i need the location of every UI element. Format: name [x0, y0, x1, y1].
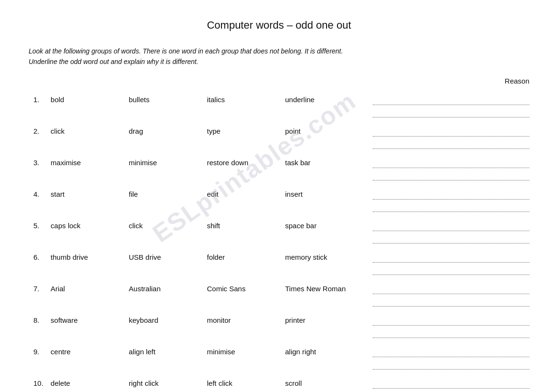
- word-4: align right: [285, 341, 373, 372]
- row-number: 5.: [29, 215, 51, 246]
- word-4: printer: [285, 309, 373, 341]
- dotted-line-2: [373, 265, 529, 275]
- table-row: 10. delete right click left click scroll: [29, 372, 529, 392]
- word-3: minimise: [207, 341, 285, 372]
- word-2: minimise: [129, 152, 207, 183]
- word-3: monitor: [207, 309, 285, 341]
- dotted-line-1: [373, 95, 529, 105]
- dotted-line-1: [373, 127, 529, 137]
- word-2: click: [129, 215, 207, 246]
- table-row: 7. Arial Australian Comic Sans Times New…: [29, 278, 529, 309]
- dotted-line-2: [373, 360, 529, 370]
- reason-field: [373, 215, 529, 246]
- reason-field: [373, 183, 529, 215]
- table-row: 5. caps lock click shift space bar: [29, 215, 529, 246]
- word-2: Australian: [129, 278, 207, 309]
- word-4: space bar: [285, 215, 373, 246]
- row-number: 1.: [29, 89, 51, 120]
- word-2: keyboard: [129, 309, 207, 341]
- reason-field: [373, 278, 529, 309]
- table-row: 1. bold bullets italics underline: [29, 89, 529, 120]
- word-4: memory stick: [285, 246, 373, 278]
- reason-field: [373, 120, 529, 152]
- word-1: maximise: [51, 152, 129, 183]
- row-number: 9.: [29, 341, 51, 372]
- word-3: type: [207, 120, 285, 152]
- word-1: click: [51, 120, 129, 152]
- reason-header: Reason: [29, 77, 529, 85]
- word-4: insert: [285, 183, 373, 215]
- word-2: bullets: [129, 89, 207, 120]
- word-3: Comic Sans: [207, 278, 285, 309]
- table-row: 3. maximise minimise restore down task b…: [29, 152, 529, 183]
- reason-field: [373, 372, 529, 392]
- row-number: 7.: [29, 278, 51, 309]
- row-number: 4.: [29, 183, 51, 215]
- word-3: edit: [207, 183, 285, 215]
- word-1: Arial: [51, 278, 129, 309]
- word-2: USB drive: [129, 246, 207, 278]
- dotted-line-1: [373, 379, 529, 389]
- word-1: start: [51, 183, 129, 215]
- row-number: 6.: [29, 246, 51, 278]
- word-2: file: [129, 183, 207, 215]
- word-1: caps lock: [51, 215, 129, 246]
- word-4: task bar: [285, 152, 373, 183]
- table-row: 2. click drag type point: [29, 120, 529, 152]
- dotted-line-2: [373, 297, 529, 307]
- row-number: 8.: [29, 309, 51, 341]
- dotted-line-2: [373, 171, 529, 180]
- word-1: delete: [51, 372, 129, 392]
- dotted-line-2: [373, 108, 529, 117]
- dotted-line-1: [373, 285, 529, 294]
- word-3: restore down: [207, 152, 285, 183]
- table-row: 6. thumb drive USB drive folder memory s…: [29, 246, 529, 278]
- table-row: 8. software keyboard monitor printer: [29, 309, 529, 341]
- table-row: 4. start file edit insert: [29, 183, 529, 215]
- dotted-line-1: [373, 253, 529, 263]
- word-4: Times New Roman: [285, 278, 373, 309]
- row-number: 3.: [29, 152, 51, 183]
- word-table: 1. bold bullets italics underline 2. cli…: [29, 89, 529, 392]
- word-1: bold: [51, 89, 129, 120]
- table-row: 9. centre align left minimise align righ…: [29, 341, 529, 372]
- word-3: left click: [207, 372, 285, 392]
- dotted-line-1: [373, 348, 529, 357]
- word-2: align left: [129, 341, 207, 372]
- word-1: software: [51, 309, 129, 341]
- word-1: thumb drive: [51, 246, 129, 278]
- word-4: scroll: [285, 372, 373, 392]
- dotted-line-1: [373, 190, 529, 200]
- row-number: 10.: [29, 372, 51, 392]
- instructions-line2: Underline the odd word out and explain w…: [29, 58, 199, 65]
- word-3: italics: [207, 89, 285, 120]
- reason-field: [373, 309, 529, 341]
- dotted-line-1: [373, 222, 529, 231]
- dotted-line-2: [373, 328, 529, 338]
- word-3: shift: [207, 215, 285, 246]
- word-3: folder: [207, 246, 285, 278]
- reason-field: [373, 152, 529, 183]
- dotted-line-2: [373, 234, 529, 244]
- row-number: 2.: [29, 120, 51, 152]
- dotted-line-1: [373, 316, 529, 326]
- page-title: Computer words – odd one out: [29, 19, 529, 32]
- reason-field: [373, 246, 529, 278]
- reason-field: [373, 89, 529, 120]
- word-2: drag: [129, 120, 207, 152]
- word-1: centre: [51, 341, 129, 372]
- dotted-line-2: [373, 202, 529, 212]
- dotted-line-1: [373, 159, 529, 168]
- word-4: point: [285, 120, 373, 152]
- dotted-line-2: [373, 139, 529, 149]
- word-4: underline: [285, 89, 373, 120]
- reason-field: [373, 341, 529, 372]
- word-2: right click: [129, 372, 207, 392]
- instructions: Look at the following groups of words. T…: [29, 46, 420, 67]
- instructions-line1: Look at the following groups of words. T…: [29, 47, 343, 55]
